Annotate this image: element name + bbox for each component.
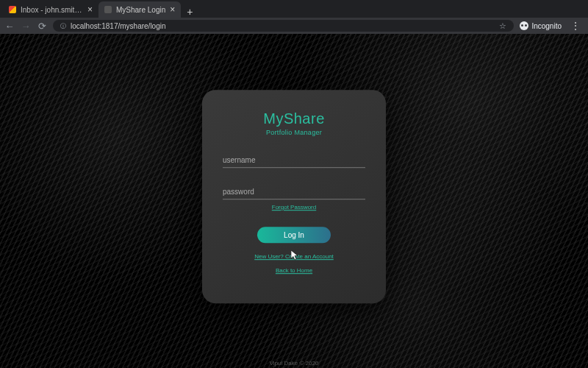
page-viewport: MyShare Portfolio Manager Forgot Passwor… bbox=[0, 34, 588, 368]
copyright-text: Vipul Dake © 2020 bbox=[270, 360, 319, 367]
url-text: localhost:1817/myshare/login bbox=[71, 22, 495, 30]
browser-tab-inbox[interactable]: Inbox - john.smith84525@gm… × bbox=[3, 1, 98, 18]
login-button[interactable]: Log In bbox=[257, 227, 331, 243]
browser-menu-button[interactable]: ⋮ bbox=[567, 20, 584, 32]
brand-subtitle: Portfolio Manager bbox=[266, 129, 322, 136]
incognito-label: Incognito bbox=[531, 22, 562, 30]
password-field-wrapper bbox=[223, 184, 365, 199]
gmail-icon bbox=[9, 6, 16, 13]
username-field-wrapper bbox=[223, 152, 365, 168]
reload-button[interactable]: ⟳ bbox=[37, 21, 47, 31]
tab-title: MyShare Login bbox=[116, 6, 165, 14]
browser-tab-myshare[interactable]: MyShare Login × bbox=[98, 1, 181, 18]
username-input[interactable] bbox=[223, 153, 365, 168]
close-icon[interactable]: × bbox=[170, 5, 175, 14]
forgot-password-link[interactable]: Forgot Password bbox=[272, 204, 316, 210]
close-icon[interactable]: × bbox=[87, 5, 93, 14]
browser-toolbar: ← → ⟳ ⓘ localhost:1817/myshare/login ☆ I… bbox=[0, 18, 588, 34]
address-bar[interactable]: ⓘ localhost:1817/myshare/login ☆ bbox=[53, 20, 514, 32]
forward-button: → bbox=[21, 21, 31, 31]
incognito-chip[interactable]: Incognito bbox=[520, 21, 562, 30]
browser-tab-strip: Inbox - john.smith84525@gm… × MyShare Lo… bbox=[0, 0, 588, 18]
create-account-link[interactable]: New User? Create an Account bbox=[254, 253, 334, 260]
page-icon bbox=[104, 6, 112, 13]
bookmark-icon[interactable]: ☆ bbox=[499, 21, 506, 31]
incognito-icon bbox=[520, 21, 528, 30]
site-info-icon[interactable]: ⓘ bbox=[60, 22, 66, 30]
brand-title: MyShare bbox=[263, 110, 325, 127]
tab-title: Inbox - john.smith84525@gm… bbox=[21, 6, 83, 14]
back-to-home-link[interactable]: Back to Home bbox=[276, 267, 312, 274]
login-card: MyShare Portfolio Manager Forgot Passwor… bbox=[202, 90, 386, 303]
back-button[interactable]: ← bbox=[4, 21, 15, 31]
password-input[interactable] bbox=[223, 185, 365, 199]
new-tab-button[interactable]: + bbox=[181, 6, 198, 18]
